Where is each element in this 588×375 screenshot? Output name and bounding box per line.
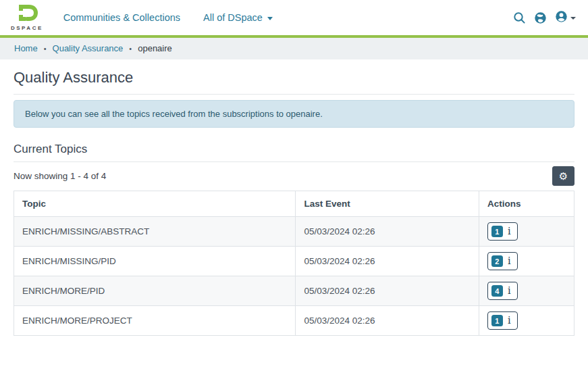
user-icon xyxy=(555,10,568,26)
dspace-logo-icon xyxy=(14,4,40,24)
topic-cell: ENRICH/MORE/PID xyxy=(14,276,296,306)
table-row: ENRICH/MORE/PROJECT 05/03/2024 02:26 1 i xyxy=(14,306,574,336)
results-count-text: Now showing 1 - 4 of 4 xyxy=(14,171,106,181)
event-count-badge: 2 xyxy=(491,255,503,267)
breadcrumb: Home • Quality Assurance • openaire xyxy=(0,38,588,59)
nav-all-of-dspace-label: All of DSpace xyxy=(203,12,263,23)
dspace-logo[interactable]: DSPACE xyxy=(11,4,43,31)
view-events-button[interactable]: 4 i xyxy=(487,282,518,300)
last-event-cell: 05/03/2024 02:26 xyxy=(296,276,479,306)
column-header-last-event: Last Event xyxy=(296,191,479,217)
top-navbar: DSPACE Communities & Collections All of … xyxy=(0,0,588,38)
breadcrumb-separator: • xyxy=(129,45,132,53)
table-row: ENRICH/MISSING/ABSTRACT 05/03/2024 02:26… xyxy=(14,217,574,247)
event-count-badge: 4 xyxy=(491,285,503,297)
view-events-button[interactable]: 1 i xyxy=(487,222,518,241)
chevron-down-icon xyxy=(267,17,273,20)
nav-communities-collections-label: Communities & Collections xyxy=(63,12,180,23)
event-count-badge: 1 xyxy=(491,315,503,326)
last-event-cell: 05/03/2024 02:26 xyxy=(296,306,479,336)
breadcrumb-quality-assurance[interactable]: Quality Assurance xyxy=(53,43,124,53)
search-icon[interactable] xyxy=(513,11,526,24)
chevron-down-icon xyxy=(570,17,576,20)
main-content: Quality Assurance Below you can see all … xyxy=(0,69,588,336)
divider xyxy=(14,161,574,162)
actions-cell: 2 i xyxy=(479,247,574,276)
current-topics-heading: Current Topics xyxy=(14,143,574,156)
user-menu[interactable] xyxy=(555,10,576,26)
view-events-button[interactable]: 2 i xyxy=(487,252,518,270)
column-header-topic: Topic xyxy=(14,191,296,217)
navbar-icons xyxy=(513,10,576,26)
topics-table-header: Topic Last Event Actions xyxy=(14,191,574,217)
table-row: ENRICH/MISSING/PID 05/03/2024 02:26 2 i xyxy=(14,247,574,276)
actions-cell: 4 i xyxy=(479,276,574,306)
breadcrumb-home[interactable]: Home xyxy=(14,43,38,53)
view-events-button[interactable]: 1 i xyxy=(487,311,518,330)
event-count-badge: 1 xyxy=(491,226,503,237)
info-icon: i xyxy=(508,226,511,236)
topic-cell: ENRICH/MISSING/ABSTRACT xyxy=(14,217,296,247)
column-header-actions: Actions xyxy=(479,191,574,217)
globe-language-icon[interactable] xyxy=(534,11,547,24)
info-icon: i xyxy=(508,286,511,296)
table-row: ENRICH/MORE/PID 05/03/2024 02:26 4 i xyxy=(14,276,574,306)
info-icon: i xyxy=(508,316,511,326)
breadcrumb-current-openaire: openaire xyxy=(138,43,172,53)
nav-communities-collections[interactable]: Communities & Collections xyxy=(63,12,180,23)
info-alert: Below you can see all the topics receive… xyxy=(14,100,574,128)
nav-all-of-dspace[interactable]: All of DSpace xyxy=(203,12,273,23)
topics-table-body: ENRICH/MISSING/ABSTRACT 05/03/2024 02:26… xyxy=(14,217,574,336)
topic-cell: ENRICH/MISSING/PID xyxy=(14,247,296,276)
gear-icon: ⚙ xyxy=(559,171,568,181)
actions-cell: 1 i xyxy=(479,306,574,336)
topics-table: Topic Last Event Actions ENRICH/MISSING/… xyxy=(14,191,574,336)
results-toolbar: Now showing 1 - 4 of 4 ⚙ xyxy=(14,166,574,186)
page-title: Quality Assurance xyxy=(14,69,574,86)
topic-cell: ENRICH/MORE/PROJECT xyxy=(14,306,296,336)
main-nav: Communities & Collections All of DSpace xyxy=(63,12,513,23)
breadcrumb-separator: • xyxy=(44,45,47,53)
settings-button[interactable]: ⚙ xyxy=(552,166,574,186)
dspace-logo-text: DSPACE xyxy=(11,25,43,31)
info-icon: i xyxy=(508,256,511,266)
actions-cell: 1 i xyxy=(479,217,574,247)
last-event-cell: 05/03/2024 02:26 xyxy=(296,217,479,247)
divider xyxy=(14,94,574,95)
last-event-cell: 05/03/2024 02:26 xyxy=(296,247,479,276)
